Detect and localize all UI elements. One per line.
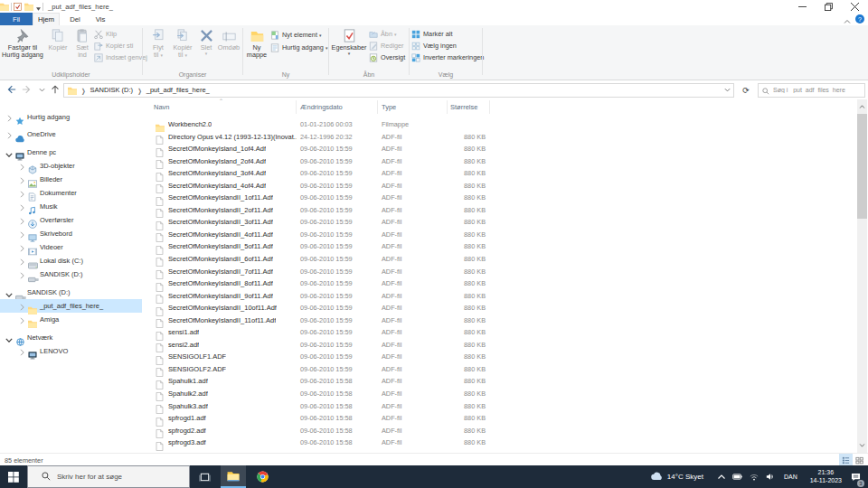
up-button[interactable] [48,82,62,97]
notification-center-button[interactable]: 3 [851,469,861,485]
new-item-button[interactable]: Nyt element ▾ [270,29,321,41]
select-all-button[interactable]: Markér alt [411,28,452,40]
taskbar-chrome-button[interactable] [250,465,275,488]
breadcrumb-folder[interactable]: _put_adf_files_here_ [146,86,210,94]
scrollbar-thumb[interactable] [857,114,867,219]
file-row[interactable]: SENSIGOLF2.ADF09-06-2010 15:59ADF-fil880… [145,363,857,376]
taskbar-search-box[interactable]: Skriv her for at søge [27,465,190,488]
tab-share[interactable]: Del [63,13,87,25]
column-header-date[interactable]: Ændringsdato [300,99,343,115]
thumbnails-view-button[interactable] [853,454,866,466]
delete-button[interactable]: Slet ▾ [195,27,217,55]
sidebar-item-hurtig-adgang[interactable]: Hurtig adgang [0,110,142,124]
file-row[interactable]: SecretOfMonkeyIslandII_7of11.Adf09-06-20… [145,265,857,277]
collapse-chevron-icon[interactable] [5,330,14,346]
column-header-type[interactable]: Type [382,99,396,115]
tab-home[interactable]: Hjem [33,13,60,25]
file-row[interactable]: SecretOfMonkeyIslandII_11of11.Adf09-06-2… [145,314,857,326]
copy-to-button[interactable]: Kopiér til ▾ [170,27,195,59]
file-row[interactable]: SecretOfMonkeyIsland_1of4.Adf09-06-2010 … [145,143,857,155]
forward-button[interactable] [20,82,34,97]
file-row[interactable]: SecretOfMonkeyIslandII_9of11.Adf09-06-20… [145,289,857,302]
sidebar-item-onedrive[interactable]: OneDrive [0,127,142,141]
battery-icon[interactable] [732,474,742,480]
file-row[interactable]: spfrogd2.adf09-06-2010 15:58ADF-fil880 K… [145,424,857,436]
properties-button[interactable]: Egenskaber ▾ [331,27,367,55]
open-button[interactable]: Åbn ▾ [369,28,397,40]
expand-chevron-icon[interactable] [17,267,26,283]
expand-chevron-icon[interactable] [5,127,14,143]
sidebar-item-amiga[interactable]: Amiga [0,313,142,326]
tab-view[interactable]: Vis [90,13,111,25]
file-row[interactable]: SecretOfMonkeyIsland_2of4.Adf09-06-2010 … [145,155,857,167]
file-row[interactable]: SecretOfMonkeyIslandII_8of11.Adf09-06-20… [145,277,857,290]
file-row[interactable]: Spahulk1.adf09-06-2010 15:58ADF-fil880 K… [145,375,857,388]
edit-button[interactable]: Rediger [369,40,404,52]
refresh-button[interactable]: ⟳ [738,83,754,98]
expand-chevron-icon[interactable] [17,312,26,328]
taskbar-clock[interactable]: 21:36 14-11-2023 [810,469,842,484]
rename-button[interactable]: Omdøb [217,27,241,52]
file-row[interactable]: Spahulk3.adf09-06-2010 15:58ADF-fil880 K… [145,399,857,412]
scroll-up-icon[interactable] [857,99,867,114]
file-row[interactable]: spfrogd3.adf09-06-2010 15:58ADF-fil880 K… [145,436,857,449]
invert-selection-button[interactable]: Inverter markeringen [411,52,484,63]
paste-shortcut-button[interactable]: Indsæt genvej [94,52,147,63]
file-row[interactable]: Directory Opus v4.12 (1993-12-13)(Inovat… [145,130,857,143]
hidden-icons-chevron[interactable] [718,474,725,479]
details-view-button[interactable] [839,454,853,466]
language-indicator[interactable]: DAN [784,474,797,480]
file-row[interactable]: SENSIGOLF1.ADF09-06-2010 15:59ADF-fil880… [145,351,857,363]
file-row[interactable]: SecretOfMonkeyIslandII_6of11.Adf09-06-20… [145,253,857,266]
task-view-button[interactable] [192,465,217,488]
weather-widget[interactable]: 14°C Skyet [651,472,703,483]
new-folder-button[interactable]: Ny mappe [245,27,269,59]
column-header-name[interactable]: Navn [154,99,170,115]
sidebar-item-lenovo[interactable]: LENOVO [0,344,142,358]
file-row[interactable]: SecretOfMonkeyIslandII_4of11.Adf09-06-20… [145,229,857,241]
cut-button[interactable]: Klip [94,28,117,40]
move-to-button[interactable]: Flyt til ▾ [146,27,170,59]
recent-locations-icon[interactable] [36,82,47,97]
minimize-button[interactable] [789,0,816,13]
file-row[interactable]: SecretOfMonkeyIslandII_1of11.Adf09-06-20… [145,192,857,204]
expand-chevron-icon[interactable] [5,109,14,126]
address-dropdown-icon[interactable] [724,84,731,97]
file-row[interactable]: spfrogd1.adf09-06-2010 15:58ADF-fil880 K… [145,412,857,425]
file-row[interactable]: sensi2.adf09-06-2010 15:59ADF-fil880 KB [145,339,857,352]
taskbar-explorer-button[interactable] [221,465,246,488]
volume-icon[interactable] [766,473,775,481]
file-row[interactable]: SecretOfMonkeyIsland_4of4.Adf09-06-2010 … [145,179,857,192]
file-row[interactable]: SecretOfMonkeyIsland_3of4.Adf09-06-2010 … [145,167,857,180]
copy-path-button[interactable]: Kopiér sti [94,40,133,52]
start-button[interactable] [0,465,27,488]
address-bar[interactable]: ❯ SANDISK (D:) ❯ _put_adf_files_here_ [63,83,734,98]
column-header-size[interactable]: Størrelse [450,99,477,115]
file-row[interactable]: SecretOfMonkeyIslandII_5of11.Adf09-06-20… [145,240,857,253]
sidebar-item-sandisk-d-[interactable]: SANDISK (D:) [0,267,142,281]
file-row[interactable]: Spahulk2.adf09-06-2010 15:58ADF-fil880 K… [145,388,857,400]
search-box[interactable]: Søg i _put_adf_files_here_ [758,83,865,98]
back-button[interactable] [4,82,18,97]
file-row[interactable]: SecretOfMonkeyIslandII_3of11.Adf09-06-20… [145,216,857,229]
file-row[interactable]: SecretOfMonkeyIslandII_10of11.Adf09-06-2… [145,302,857,314]
scroll-down-icon[interactable] [857,438,867,453]
tab-file[interactable]: Fil [0,13,33,25]
expand-chevron-icon[interactable] [17,343,26,360]
paste-button[interactable]: Sæt ind [71,27,93,59]
breadcrumb-drive[interactable]: SANDISK (D:) [90,86,134,94]
copy-button[interactable]: Kopiér [45,27,71,52]
collapse-chevron-icon[interactable] [5,145,14,161]
collapse-chevron-icon[interactable] [5,285,14,301]
wifi-icon[interactable] [750,474,759,481]
history-button[interactable]: Oversigt [369,52,405,63]
select-none-button[interactable]: Vælg ingen [411,40,457,52]
vertical-scrollbar[interactable] [857,99,867,453]
restore-button[interactable] [816,0,842,13]
file-row[interactable]: Workbench2.001-01-2106 00:03Filmappe [145,118,857,131]
adf-file-icon [156,328,165,337]
file-row[interactable]: sensi1.adf09-06-2010 15:59ADF-fil880 KB [145,326,857,339]
easy-access-button[interactable]: Hurtig adgang ▾ [270,42,327,53]
pin-to-quick-access-button[interactable]: Fastgør til Hurtig adgang [2,27,43,59]
file-row[interactable]: SecretOfMonkeyIslandII_2of11.Adf09-06-20… [145,204,857,217]
